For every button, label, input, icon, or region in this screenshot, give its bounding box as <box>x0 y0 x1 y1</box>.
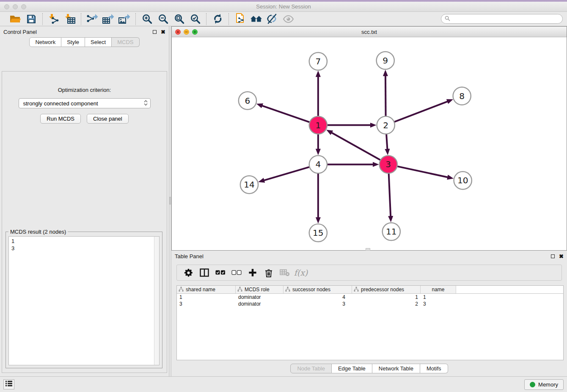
table-cell[interactable]: dominator <box>236 294 284 301</box>
app-window-controls[interactable] <box>4 4 26 9</box>
column-header-name[interactable]: name <box>421 286 456 293</box>
node-table[interactable]: shared nameMCDS rolesuccessor nodesprede… <box>176 285 564 360</box>
add-column-icon[interactable] <box>245 266 260 279</box>
memory-status-dot <box>530 382 535 387</box>
table-cell[interactable]: dominator <box>236 301 284 307</box>
network-canvas[interactable]: 7968124314101511 <box>172 37 567 250</box>
zoom-selected-icon[interactable] <box>188 13 202 25</box>
import-table-icon[interactable] <box>63 13 77 25</box>
column-header-MCDS-role[interactable]: MCDS role <box>236 286 284 293</box>
export-network-icon[interactable] <box>85 13 99 25</box>
panel-splitter-grip[interactable] <box>169 197 171 204</box>
settings-gear-icon[interactable] <box>181 266 195 279</box>
table-cell[interactable]: 4 <box>284 294 352 301</box>
graph-node-7[interactable]: 7 <box>309 52 327 70</box>
table-row[interactable]: 3dominator323 <box>177 301 563 307</box>
app-zoom-button[interactable] <box>21 4 26 9</box>
memory-button-label: Memory <box>538 381 558 388</box>
column-header-successor-nodes[interactable]: successor nodes <box>284 286 352 293</box>
criterion-dropdown[interactable]: strongly connected component <box>19 98 151 108</box>
select-all-icon[interactable] <box>213 266 228 279</box>
table-cell[interactable]: 3 <box>421 301 456 307</box>
app-minimize-button[interactable] <box>13 4 18 9</box>
svg-text:3: 3 <box>385 159 391 169</box>
app-title: Session: New Session <box>0 3 567 10</box>
table-panel-float-icon[interactable] <box>551 254 555 258</box>
tab-style[interactable]: Style <box>61 37 85 47</box>
table-panel-tabs: Node TableEdge TableNetwork TableMotifs <box>171 364 567 373</box>
node-table-body: 1dominator4113dominator323 <box>177 294 563 307</box>
deselect-all-icon[interactable] <box>229 266 244 279</box>
zoom-fit-icon[interactable] <box>172 13 186 25</box>
import-network-icon[interactable] <box>47 13 61 25</box>
tab-select[interactable]: Select <box>85 37 112 47</box>
optimization-criterion-label: Optimization criterion: <box>2 87 167 93</box>
graph-node-6[interactable]: 6 <box>239 92 256 110</box>
graph-node-14[interactable]: 14 <box>240 176 258 193</box>
graph-edge-2-8[interactable] <box>386 102 448 125</box>
graph-node-3[interactable]: 3 <box>380 155 397 173</box>
svg-text:14: 14 <box>244 179 255 190</box>
graph-node-1[interactable]: 1 <box>309 116 327 134</box>
graph-node-2[interactable]: 2 <box>377 116 395 134</box>
task-history-button[interactable] <box>3 379 14 389</box>
mcds-result-list[interactable]: 1 3 <box>8 236 160 365</box>
new-network-from-selection-icon[interactable] <box>233 13 247 25</box>
search-input[interactable] <box>452 16 559 22</box>
tab-edge-table[interactable]: Edge Table <box>332 364 372 373</box>
tab-motifs[interactable]: Motifs <box>420 364 448 373</box>
graph-edge-3-1[interactable] <box>331 133 388 164</box>
graph-node-4[interactable]: 4 <box>309 155 327 173</box>
column-header-shared-name[interactable]: shared name <box>177 286 236 293</box>
close-panel-button[interactable]: Close panel <box>87 114 129 124</box>
zoom-in-icon[interactable] <box>140 13 154 25</box>
home-view-icon[interactable] <box>249 13 263 25</box>
table-cell[interactable]: 1 <box>177 294 236 301</box>
tab-mcds[interactable]: MCDS <box>112 37 139 47</box>
export-table-icon[interactable] <box>102 13 115 25</box>
delete-column-icon[interactable] <box>261 266 276 279</box>
search-field[interactable] <box>441 14 563 24</box>
table-panel-close-icon[interactable]: ✖ <box>559 254 564 259</box>
control-panel-float-icon[interactable] <box>153 30 157 34</box>
graph-node-9[interactable]: 9 <box>377 52 394 69</box>
main-toolbar <box>0 12 567 26</box>
network-close-button[interactable] <box>175 29 181 35</box>
network-window-titlebar: scc.txt <box>172 27 567 37</box>
export-image-icon[interactable] <box>118 13 131 25</box>
save-session-icon[interactable] <box>25 13 38 25</box>
tab-node-table[interactable]: Node Table <box>290 364 332 373</box>
table-toolbar: f(x) <box>176 265 562 281</box>
network-maximize-button[interactable] <box>192 29 198 35</box>
run-mcds-button[interactable]: Run MCDS <box>40 114 81 124</box>
mcds-result-scrollbar[interactable] <box>154 237 159 365</box>
table-cell[interactable]: 3 <box>177 301 236 307</box>
svg-text:7: 7 <box>315 56 321 66</box>
svg-text:2: 2 <box>383 120 388 130</box>
toggle-graphics-details-icon[interactable] <box>265 13 279 25</box>
control-panel-close-icon[interactable]: ✖ <box>161 29 165 35</box>
graph-node-8[interactable]: 8 <box>453 87 471 105</box>
memory-button[interactable]: Memory <box>524 379 564 390</box>
table-cell[interactable]: 1 <box>352 294 421 301</box>
column-type-icon <box>179 287 184 293</box>
search-icon <box>445 15 450 23</box>
node-table-header: shared nameMCDS rolesuccessor nodesprede… <box>177 286 563 294</box>
zoom-out-icon[interactable] <box>156 13 170 25</box>
table-row[interactable]: 1dominator411 <box>177 294 563 301</box>
open-session-icon[interactable] <box>8 13 22 25</box>
graph-node-11[interactable]: 11 <box>383 223 400 240</box>
graph-node-15[interactable]: 15 <box>309 224 327 242</box>
column-header-predecessor-nodes[interactable]: predecessor nodes <box>352 286 421 293</box>
split-view-icon[interactable] <box>197 266 212 279</box>
network-minimize-button[interactable] <box>184 29 189 35</box>
table-cell[interactable]: 3 <box>284 301 352 307</box>
app-close-button[interactable] <box>4 4 9 9</box>
tab-network[interactable]: Network <box>29 37 61 47</box>
refresh-layout-icon[interactable] <box>211 13 224 25</box>
table-cell[interactable]: 1 <box>421 294 456 301</box>
svg-text:6: 6 <box>245 96 250 106</box>
tab-network-table[interactable]: Network Table <box>372 364 420 373</box>
table-cell[interactable]: 2 <box>352 301 421 307</box>
graph-node-10[interactable]: 10 <box>454 171 472 189</box>
